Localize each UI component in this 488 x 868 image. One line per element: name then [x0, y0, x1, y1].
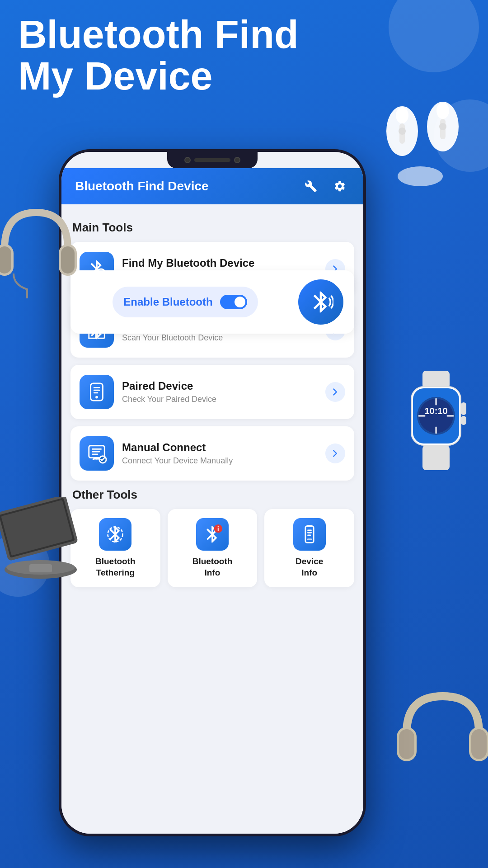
bg-circle-1 [389, 0, 479, 72]
other-tools-label: Other Tools [72, 488, 354, 502]
svg-rect-24 [461, 416, 466, 425]
svg-text:10:10: 10:10 [424, 406, 447, 416]
svg-rect-34 [399, 729, 414, 759]
paired-device-arrow[interactable] [325, 382, 345, 402]
manual-connect-arrow[interactable] [325, 443, 345, 463]
app-header-title: Bluetooth Find Device [75, 179, 301, 193]
bluetooth-toggle[interactable] [220, 295, 247, 309]
notch-speaker [194, 158, 230, 162]
svg-rect-31 [29, 564, 52, 572]
settings-icon[interactable] [330, 176, 350, 196]
bt-info-card[interactable]: i Bluetooth Info [168, 509, 258, 587]
bt-info-label: Bluetooth Info [192, 556, 233, 578]
paired-device-text: Paired Device Check Your Paired Device [122, 380, 317, 404]
svg-rect-23 [461, 402, 466, 415]
smartwatch-illustration: 10:10 [393, 371, 483, 470]
find-device-title: Find My Bluetooth Device [122, 257, 317, 269]
device-info-icon [293, 518, 326, 551]
svg-point-1 [396, 107, 408, 123]
enable-bt-label: Enable Bluetooth [123, 296, 212, 308]
svg-point-5 [436, 103, 449, 119]
svg-point-40 [95, 396, 98, 399]
app-header: Bluetooth Find Device [61, 168, 363, 204]
svg-point-7 [439, 123, 446, 130]
other-tools-grid: Bluetooth Tethering i [70, 509, 354, 587]
svg-rect-12 [61, 246, 75, 274]
svg-rect-11 [0, 246, 11, 274]
svg-rect-46 [305, 526, 314, 543]
manual-connect-card[interactable]: Manual Connect Connect Your Device Manua… [70, 426, 354, 481]
manual-connect-subtitle: Connect Your Device Manually [122, 456, 317, 466]
bt-info-icon: i [196, 518, 229, 551]
manual-connect-icon [80, 436, 114, 471]
scan-device-subtitle: Scan Your Bluetooth Device [122, 333, 317, 343]
svg-text:i: i [217, 525, 219, 533]
headphones-left-illustration [0, 194, 81, 303]
airpods-illustration [366, 72, 474, 190]
toggle-knob [235, 297, 245, 307]
paired-device-subtitle: Check Your Paired Device [122, 395, 317, 404]
bt-tethering-label: Bluetooth Tethering [95, 556, 136, 578]
manual-connect-text: Manual Connect Connect Your Device Manua… [122, 441, 317, 466]
notch-camera [184, 157, 191, 163]
svg-rect-48 [307, 538, 312, 540]
svg-rect-28 [1, 500, 73, 556]
header-icons [301, 176, 350, 196]
svg-rect-25 [422, 445, 450, 470]
notch-sensor [234, 157, 240, 163]
hero-title: Bluetooth Find My Device [18, 14, 299, 97]
phone-mockup: Bluetooth Find Device [59, 149, 366, 836]
main-tools-label: Main Tools [72, 221, 354, 235]
svg-point-3 [399, 127, 406, 135]
paired-device-icon [80, 375, 114, 409]
manual-connect-title: Manual Connect [122, 441, 317, 454]
bluetooth-icon-circle [298, 279, 343, 325]
bt-tethering-icon [99, 518, 131, 551]
svg-point-8 [398, 166, 443, 186]
device-info-card[interactable]: Device Info [264, 509, 354, 587]
paired-device-title: Paired Device [122, 380, 317, 392]
enable-bluetooth-card[interactable]: Enable Bluetooth [70, 270, 354, 334]
app-content: Enable Bluetooth [61, 204, 363, 834]
svg-rect-35 [471, 729, 487, 759]
headphones-right-illustration [393, 678, 488, 778]
svg-rect-47 [307, 525, 312, 527]
device-info-label: Device Info [296, 556, 323, 578]
wrench-icon[interactable] [301, 176, 321, 196]
laptop-illustration [0, 497, 90, 588]
paired-device-card[interactable]: Paired Device Check Your Paired Device [70, 365, 354, 419]
phone-notch [167, 152, 258, 168]
